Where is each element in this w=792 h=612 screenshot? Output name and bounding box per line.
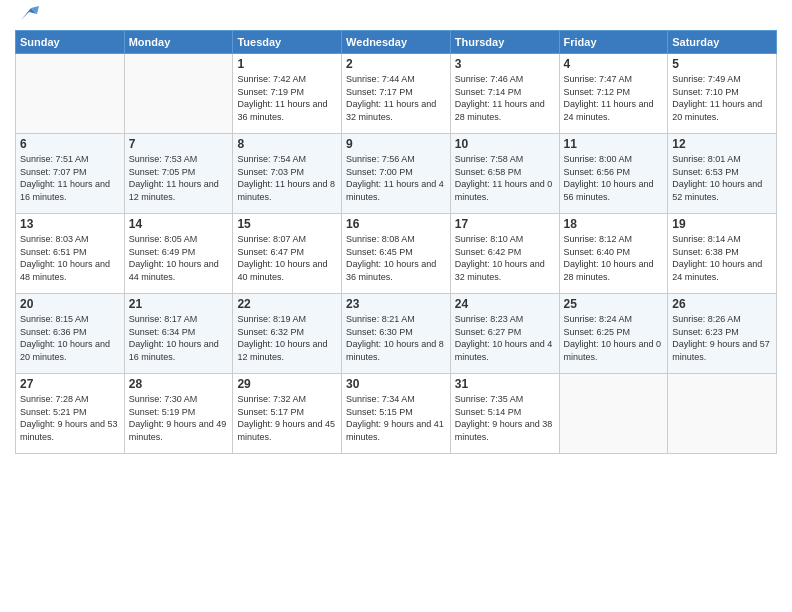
calendar-cell: 4Sunrise: 7:47 AM Sunset: 7:12 PM Daylig… xyxy=(559,54,668,134)
calendar-cell: 16Sunrise: 8:08 AM Sunset: 6:45 PM Dayli… xyxy=(342,214,451,294)
day-info: Sunrise: 7:51 AM Sunset: 7:07 PM Dayligh… xyxy=(20,153,120,203)
day-number: 26 xyxy=(672,297,772,311)
day-number: 20 xyxy=(20,297,120,311)
calendar-cell: 25Sunrise: 8:24 AM Sunset: 6:25 PM Dayli… xyxy=(559,294,668,374)
calendar-cell: 18Sunrise: 8:12 AM Sunset: 6:40 PM Dayli… xyxy=(559,214,668,294)
calendar-cell xyxy=(559,374,668,454)
day-info: Sunrise: 7:49 AM Sunset: 7:10 PM Dayligh… xyxy=(672,73,772,123)
day-number: 24 xyxy=(455,297,555,311)
calendar-cell: 21Sunrise: 8:17 AM Sunset: 6:34 PM Dayli… xyxy=(124,294,233,374)
calendar-cell: 19Sunrise: 8:14 AM Sunset: 6:38 PM Dayli… xyxy=(668,214,777,294)
column-header-friday: Friday xyxy=(559,31,668,54)
day-info: Sunrise: 8:01 AM Sunset: 6:53 PM Dayligh… xyxy=(672,153,772,203)
calendar-cell: 12Sunrise: 8:01 AM Sunset: 6:53 PM Dayli… xyxy=(668,134,777,214)
calendar-cell: 13Sunrise: 8:03 AM Sunset: 6:51 PM Dayli… xyxy=(16,214,125,294)
day-info: Sunrise: 7:54 AM Sunset: 7:03 PM Dayligh… xyxy=(237,153,337,203)
day-number: 15 xyxy=(237,217,337,231)
calendar-cell: 31Sunrise: 7:35 AM Sunset: 5:14 PM Dayli… xyxy=(450,374,559,454)
day-number: 14 xyxy=(129,217,229,231)
week-row-2: 6Sunrise: 7:51 AM Sunset: 7:07 PM Daylig… xyxy=(16,134,777,214)
day-number: 22 xyxy=(237,297,337,311)
calendar-cell: 7Sunrise: 7:53 AM Sunset: 7:05 PM Daylig… xyxy=(124,134,233,214)
day-info: Sunrise: 7:32 AM Sunset: 5:17 PM Dayligh… xyxy=(237,393,337,443)
day-number: 6 xyxy=(20,137,120,151)
calendar-table: SundayMondayTuesdayWednesdayThursdayFrid… xyxy=(15,30,777,454)
week-row-5: 27Sunrise: 7:28 AM Sunset: 5:21 PM Dayli… xyxy=(16,374,777,454)
day-info: Sunrise: 7:58 AM Sunset: 6:58 PM Dayligh… xyxy=(455,153,555,203)
calendar-cell: 30Sunrise: 7:34 AM Sunset: 5:15 PM Dayli… xyxy=(342,374,451,454)
day-number: 3 xyxy=(455,57,555,71)
day-number: 9 xyxy=(346,137,446,151)
calendar-cell: 8Sunrise: 7:54 AM Sunset: 7:03 PM Daylig… xyxy=(233,134,342,214)
column-header-monday: Monday xyxy=(124,31,233,54)
calendar-cell: 23Sunrise: 8:21 AM Sunset: 6:30 PM Dayli… xyxy=(342,294,451,374)
header xyxy=(15,10,777,24)
day-number: 7 xyxy=(129,137,229,151)
calendar-cell xyxy=(668,374,777,454)
day-info: Sunrise: 8:21 AM Sunset: 6:30 PM Dayligh… xyxy=(346,313,446,363)
day-info: Sunrise: 7:53 AM Sunset: 7:05 PM Dayligh… xyxy=(129,153,229,203)
day-number: 4 xyxy=(564,57,664,71)
day-info: Sunrise: 8:19 AM Sunset: 6:32 PM Dayligh… xyxy=(237,313,337,363)
week-row-1: 1Sunrise: 7:42 AM Sunset: 7:19 PM Daylig… xyxy=(16,54,777,134)
calendar-cell xyxy=(124,54,233,134)
day-info: Sunrise: 8:14 AM Sunset: 6:38 PM Dayligh… xyxy=(672,233,772,283)
week-row-3: 13Sunrise: 8:03 AM Sunset: 6:51 PM Dayli… xyxy=(16,214,777,294)
calendar-cell: 14Sunrise: 8:05 AM Sunset: 6:49 PM Dayli… xyxy=(124,214,233,294)
day-info: Sunrise: 8:07 AM Sunset: 6:47 PM Dayligh… xyxy=(237,233,337,283)
day-info: Sunrise: 7:35 AM Sunset: 5:14 PM Dayligh… xyxy=(455,393,555,443)
header-row: SundayMondayTuesdayWednesdayThursdayFrid… xyxy=(16,31,777,54)
day-number: 5 xyxy=(672,57,772,71)
day-info: Sunrise: 8:10 AM Sunset: 6:42 PM Dayligh… xyxy=(455,233,555,283)
calendar-cell: 2Sunrise: 7:44 AM Sunset: 7:17 PM Daylig… xyxy=(342,54,451,134)
calendar-cell: 5Sunrise: 7:49 AM Sunset: 7:10 PM Daylig… xyxy=(668,54,777,134)
calendar-cell: 17Sunrise: 8:10 AM Sunset: 6:42 PM Dayli… xyxy=(450,214,559,294)
calendar-cell: 15Sunrise: 8:07 AM Sunset: 6:47 PM Dayli… xyxy=(233,214,342,294)
day-number: 17 xyxy=(455,217,555,231)
day-number: 2 xyxy=(346,57,446,71)
day-number: 23 xyxy=(346,297,446,311)
day-info: Sunrise: 7:28 AM Sunset: 5:21 PM Dayligh… xyxy=(20,393,120,443)
calendar-cell: 9Sunrise: 7:56 AM Sunset: 7:00 PM Daylig… xyxy=(342,134,451,214)
day-info: Sunrise: 8:08 AM Sunset: 6:45 PM Dayligh… xyxy=(346,233,446,283)
day-info: Sunrise: 7:30 AM Sunset: 5:19 PM Dayligh… xyxy=(129,393,229,443)
day-info: Sunrise: 8:23 AM Sunset: 6:27 PM Dayligh… xyxy=(455,313,555,363)
page-container: SundayMondayTuesdayWednesdayThursdayFrid… xyxy=(0,0,792,464)
column-header-thursday: Thursday xyxy=(450,31,559,54)
column-header-wednesday: Wednesday xyxy=(342,31,451,54)
day-number: 8 xyxy=(237,137,337,151)
day-number: 12 xyxy=(672,137,772,151)
calendar-cell: 6Sunrise: 7:51 AM Sunset: 7:07 PM Daylig… xyxy=(16,134,125,214)
day-info: Sunrise: 8:26 AM Sunset: 6:23 PM Dayligh… xyxy=(672,313,772,363)
day-info: Sunrise: 7:34 AM Sunset: 5:15 PM Dayligh… xyxy=(346,393,446,443)
day-number: 27 xyxy=(20,377,120,391)
column-header-saturday: Saturday xyxy=(668,31,777,54)
calendar-cell: 20Sunrise: 8:15 AM Sunset: 6:36 PM Dayli… xyxy=(16,294,125,374)
day-info: Sunrise: 7:44 AM Sunset: 7:17 PM Dayligh… xyxy=(346,73,446,123)
calendar-cell: 11Sunrise: 8:00 AM Sunset: 6:56 PM Dayli… xyxy=(559,134,668,214)
day-info: Sunrise: 7:47 AM Sunset: 7:12 PM Dayligh… xyxy=(564,73,664,123)
day-number: 21 xyxy=(129,297,229,311)
day-number: 16 xyxy=(346,217,446,231)
day-number: 11 xyxy=(564,137,664,151)
day-info: Sunrise: 8:12 AM Sunset: 6:40 PM Dayligh… xyxy=(564,233,664,283)
day-number: 13 xyxy=(20,217,120,231)
calendar-cell: 29Sunrise: 7:32 AM Sunset: 5:17 PM Dayli… xyxy=(233,374,342,454)
day-info: Sunrise: 8:24 AM Sunset: 6:25 PM Dayligh… xyxy=(564,313,664,363)
column-header-tuesday: Tuesday xyxy=(233,31,342,54)
day-info: Sunrise: 7:42 AM Sunset: 7:19 PM Dayligh… xyxy=(237,73,337,123)
day-number: 25 xyxy=(564,297,664,311)
column-header-sunday: Sunday xyxy=(16,31,125,54)
day-number: 28 xyxy=(129,377,229,391)
calendar-cell: 26Sunrise: 8:26 AM Sunset: 6:23 PM Dayli… xyxy=(668,294,777,374)
day-number: 29 xyxy=(237,377,337,391)
day-number: 30 xyxy=(346,377,446,391)
calendar-cell: 1Sunrise: 7:42 AM Sunset: 7:19 PM Daylig… xyxy=(233,54,342,134)
day-info: Sunrise: 8:00 AM Sunset: 6:56 PM Dayligh… xyxy=(564,153,664,203)
calendar-cell: 3Sunrise: 7:46 AM Sunset: 7:14 PM Daylig… xyxy=(450,54,559,134)
day-info: Sunrise: 7:46 AM Sunset: 7:14 PM Dayligh… xyxy=(455,73,555,123)
day-number: 31 xyxy=(455,377,555,391)
day-number: 10 xyxy=(455,137,555,151)
logo xyxy=(15,10,39,24)
day-number: 19 xyxy=(672,217,772,231)
